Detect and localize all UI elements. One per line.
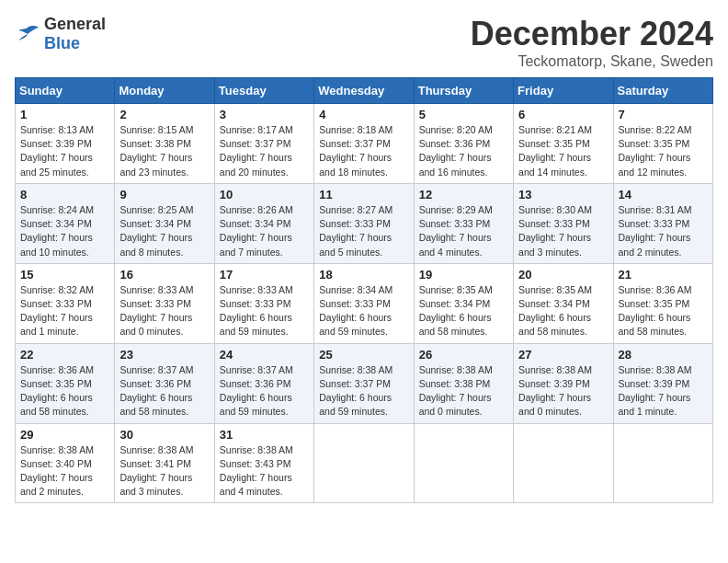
daylight-hours: Daylight: 7 hours and 3 minutes.	[518, 232, 591, 257]
sunset-time: Sunset: 3:35 PM	[20, 378, 92, 389]
calendar-table: Sunday Monday Tuesday Wednesday Thursday…	[15, 77, 713, 503]
sunrise-time: Sunrise: 8:13 AM	[20, 124, 94, 135]
sunset-time: Sunset: 3:39 PM	[619, 378, 690, 389]
table-row: 1 Sunrise: 8:13 AM Sunset: 3:39 PM Dayli…	[16, 104, 115, 184]
day-number: 25	[319, 348, 408, 362]
daylight-hours: Daylight: 7 hours and 4 minutes.	[419, 232, 492, 257]
day-number: 6	[518, 108, 608, 121]
day-number: 19	[419, 268, 508, 282]
daylight-hours: Daylight: 7 hours and 2 minutes.	[20, 472, 93, 497]
daylight-hours: Daylight: 6 hours and 59 minutes.	[220, 392, 292, 417]
col-saturday: Saturday	[613, 78, 712, 104]
day-detail: Sunrise: 8:33 AM Sunset: 3:33 PM Dayligh…	[220, 283, 309, 339]
sunset-time: Sunset: 3:35 PM	[619, 138, 690, 149]
sunset-time: Sunset: 3:37 PM	[319, 378, 391, 389]
day-number: 3	[220, 108, 309, 121]
logo-blue: Blue	[44, 34, 80, 52]
daylight-hours: Daylight: 7 hours and 5 minutes.	[319, 232, 392, 257]
col-friday: Friday	[514, 78, 613, 104]
sunrise-time: Sunrise: 8:24 AM	[20, 204, 94, 215]
day-number: 18	[319, 268, 408, 282]
day-number: 27	[518, 348, 608, 362]
sunrise-time: Sunrise: 8:21 AM	[518, 124, 592, 135]
sunset-time: Sunset: 3:34 PM	[419, 298, 491, 309]
daylight-hours: Daylight: 6 hours and 58 minutes.	[20, 392, 93, 417]
sunset-time: Sunset: 3:33 PM	[319, 298, 391, 309]
day-detail: Sunrise: 8:21 AM Sunset: 3:35 PM Dayligh…	[518, 123, 608, 179]
col-wednesday: Wednesday	[314, 78, 414, 104]
sunset-time: Sunset: 3:36 PM	[419, 138, 491, 149]
table-row: 25 Sunrise: 8:38 AM Sunset: 3:37 PM Dayl…	[314, 343, 414, 423]
sunset-time: Sunset: 3:35 PM	[518, 138, 590, 149]
calendar-week-row: 22 Sunrise: 8:36 AM Sunset: 3:35 PM Dayl…	[16, 343, 713, 423]
table-row: 9 Sunrise: 8:25 AM Sunset: 3:34 PM Dayli…	[115, 183, 214, 263]
day-detail: Sunrise: 8:20 AM Sunset: 3:36 PM Dayligh…	[419, 123, 508, 179]
day-detail: Sunrise: 8:17 AM Sunset: 3:37 PM Dayligh…	[220, 123, 309, 179]
calendar-header-row: Sunday Monday Tuesday Wednesday Thursday…	[16, 78, 713, 104]
sunrise-time: Sunrise: 8:32 AM	[20, 284, 94, 295]
day-number: 29	[20, 428, 109, 442]
table-row: 13 Sunrise: 8:30 AM Sunset: 3:33 PM Dayl…	[514, 183, 613, 263]
sunset-time: Sunset: 3:34 PM	[119, 218, 191, 229]
day-number: 4	[319, 108, 408, 121]
sunrise-time: Sunrise: 8:31 AM	[619, 204, 692, 215]
table-row: 26 Sunrise: 8:38 AM Sunset: 3:38 PM Dayl…	[414, 343, 513, 423]
table-row: 17 Sunrise: 8:33 AM Sunset: 3:33 PM Dayl…	[214, 263, 313, 343]
table-row	[613, 423, 712, 503]
day-number: 16	[119, 268, 209, 282]
table-row: 22 Sunrise: 8:36 AM Sunset: 3:35 PM Dayl…	[16, 343, 115, 423]
sunset-time: Sunset: 3:38 PM	[419, 378, 491, 389]
table-row: 18 Sunrise: 8:34 AM Sunset: 3:33 PM Dayl…	[314, 263, 414, 343]
sunset-time: Sunset: 3:39 PM	[518, 378, 590, 389]
day-detail: Sunrise: 8:22 AM Sunset: 3:35 PM Dayligh…	[619, 123, 708, 179]
day-detail: Sunrise: 8:38 AM Sunset: 3:43 PM Dayligh…	[220, 443, 309, 500]
day-number: 1	[20, 108, 109, 121]
table-row: 29 Sunrise: 8:38 AM Sunset: 3:40 PM Dayl…	[16, 423, 115, 503]
sunrise-time: Sunrise: 8:38 AM	[119, 444, 193, 455]
sunset-time: Sunset: 3:34 PM	[220, 218, 291, 229]
day-detail: Sunrise: 8:38 AM Sunset: 3:39 PM Dayligh…	[518, 363, 608, 419]
sunrise-time: Sunrise: 8:33 AM	[119, 284, 193, 295]
logo: General Blue	[15, 15, 106, 53]
sunrise-time: Sunrise: 8:35 AM	[518, 284, 592, 295]
sunrise-time: Sunrise: 8:37 AM	[220, 364, 293, 375]
daylight-hours: Daylight: 6 hours and 58 minutes.	[619, 312, 691, 337]
day-detail: Sunrise: 8:38 AM Sunset: 3:41 PM Dayligh…	[119, 443, 209, 500]
sunrise-time: Sunrise: 8:38 AM	[518, 364, 592, 375]
title-area: December 2024 Teckomatorp, Skane, Sweden	[471, 15, 713, 70]
sunrise-time: Sunrise: 8:30 AM	[518, 204, 592, 215]
day-number: 8	[20, 188, 109, 201]
sunset-time: Sunset: 3:33 PM	[619, 218, 690, 229]
table-row	[414, 423, 513, 503]
sunrise-time: Sunrise: 8:17 AM	[220, 124, 293, 135]
day-number: 22	[20, 348, 109, 362]
daylight-hours: Daylight: 7 hours and 12 minutes.	[619, 152, 691, 177]
sunset-time: Sunset: 3:43 PM	[220, 458, 291, 469]
day-detail: Sunrise: 8:37 AM Sunset: 3:36 PM Dayligh…	[119, 363, 209, 419]
table-row: 5 Sunrise: 8:20 AM Sunset: 3:36 PM Dayli…	[414, 104, 513, 184]
table-row: 21 Sunrise: 8:36 AM Sunset: 3:35 PM Dayl…	[613, 263, 712, 343]
day-detail: Sunrise: 8:38 AM Sunset: 3:40 PM Dayligh…	[20, 443, 109, 500]
day-number: 14	[619, 188, 708, 201]
day-detail: Sunrise: 8:33 AM Sunset: 3:33 PM Dayligh…	[119, 283, 209, 339]
table-row: 8 Sunrise: 8:24 AM Sunset: 3:34 PM Dayli…	[16, 183, 115, 263]
day-detail: Sunrise: 8:32 AM Sunset: 3:33 PM Dayligh…	[20, 283, 109, 339]
location-title: Teckomatorp, Skane, Sweden	[471, 53, 713, 70]
daylight-hours: Daylight: 7 hours and 4 minutes.	[220, 472, 292, 497]
table-row: 10 Sunrise: 8:26 AM Sunset: 3:34 PM Dayl…	[214, 183, 313, 263]
sunset-time: Sunset: 3:35 PM	[619, 298, 690, 309]
table-row: 7 Sunrise: 8:22 AM Sunset: 3:35 PM Dayli…	[613, 104, 712, 184]
sunset-time: Sunset: 3:33 PM	[319, 218, 391, 229]
daylight-hours: Daylight: 6 hours and 58 minutes.	[119, 392, 192, 417]
sunset-time: Sunset: 3:33 PM	[220, 298, 291, 309]
daylight-hours: Daylight: 6 hours and 59 minutes.	[220, 312, 292, 337]
logo-general: General	[44, 15, 106, 33]
day-number: 10	[220, 188, 309, 201]
day-number: 13	[518, 188, 608, 201]
sunset-time: Sunset: 3:40 PM	[20, 458, 92, 469]
sunrise-time: Sunrise: 8:35 AM	[419, 284, 493, 295]
daylight-hours: Daylight: 6 hours and 58 minutes.	[518, 312, 591, 337]
day-number: 30	[119, 428, 209, 442]
day-number: 12	[419, 188, 508, 201]
calendar-week-row: 1 Sunrise: 8:13 AM Sunset: 3:39 PM Dayli…	[16, 104, 713, 184]
